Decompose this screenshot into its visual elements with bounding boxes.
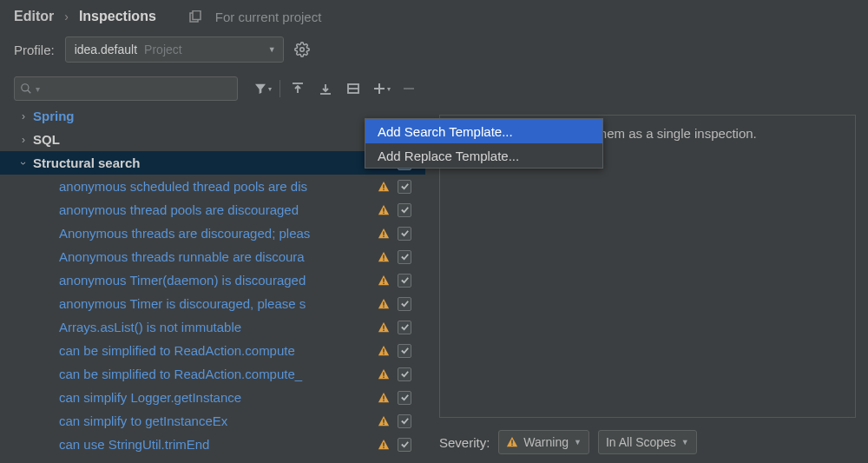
expand-all-icon[interactable]: [286, 77, 310, 100]
svg-rect-33: [383, 400, 384, 400]
filter-icon[interactable]: ▾: [250, 77, 274, 100]
breadcrumb-parent[interactable]: Editor: [14, 9, 54, 24]
gear-icon[interactable]: [294, 42, 310, 57]
checkbox[interactable]: [398, 180, 411, 194]
tree-item[interactable]: can simplify to getInstanceEx: [0, 409, 425, 433]
svg-rect-15: [383, 189, 384, 189]
checkbox[interactable]: [398, 367, 411, 381]
scope-select[interactable]: In All Scopes ▼: [598, 430, 697, 454]
checkbox[interactable]: [398, 344, 411, 358]
svg-rect-23: [383, 282, 384, 283]
checkbox[interactable]: [398, 414, 411, 428]
chevron-down-icon: ▼: [268, 45, 276, 54]
tree-item[interactable]: can use StringUtil.trimEnd: [0, 433, 425, 454]
svg-point-2: [299, 48, 304, 52]
tree-label: Structural search: [33, 155, 373, 170]
checkbox[interactable]: [398, 203, 411, 217]
svg-rect-37: [383, 446, 384, 447]
svg-rect-19: [383, 235, 384, 236]
warning-icon: [373, 251, 394, 263]
tree-label: Spring: [33, 109, 415, 123]
tree-item[interactable]: Anonymous threads are discouraged; pleas: [0, 222, 425, 245]
warning-icon: [373, 321, 394, 334]
severity-value: Warning: [523, 435, 569, 449]
svg-rect-35: [383, 423, 384, 424]
tree-item[interactable]: Anonymous threads runnable are discoura: [0, 245, 425, 268]
reset-icon[interactable]: [341, 77, 365, 100]
warning-icon: [373, 298, 394, 310]
tree-item[interactable]: anonymous scheduled thread pools are dis: [0, 175, 425, 198]
profile-row: Profile: idea.default Project ▼: [0, 31, 868, 73]
profile-label: Profile:: [14, 43, 55, 57]
tree-item[interactable]: can simplify Logger.getInstance: [0, 386, 425, 409]
tree-node-sql[interactable]: › SQL: [0, 128, 425, 151]
tree-item[interactable]: anonymous Timer(daemon) is discouraged: [0, 268, 425, 292]
svg-rect-32: [383, 395, 384, 399]
tree-node-spring[interactable]: › Spring: [0, 104, 425, 128]
tree-item-label: Arrays.asList() is not immutable: [59, 320, 373, 334]
svg-rect-38: [512, 440, 513, 443]
severity-select[interactable]: Warning ▼: [498, 430, 589, 454]
warning-icon: [373, 204, 394, 216]
svg-rect-27: [383, 329, 384, 330]
svg-rect-28: [383, 348, 384, 352]
svg-rect-21: [383, 259, 384, 260]
breadcrumb-current: Inspections: [79, 9, 156, 24]
tree-item-label: anonymous scheduled thread pools are dis: [59, 179, 373, 194]
svg-rect-17: [383, 212, 384, 213]
chevron-right-icon: ›: [17, 110, 30, 122]
checkbox[interactable]: [398, 250, 411, 264]
toolbar: ▾ ▾ ▾: [0, 73, 868, 104]
breadcrumb: Editor › Inspections For current project: [0, 0, 868, 31]
warning-icon: [506, 436, 518, 448]
menu-item-add-replace-template[interactable]: Add Replace Template...: [365, 143, 602, 168]
svg-rect-14: [383, 184, 384, 188]
checkbox[interactable]: [398, 227, 411, 241]
tree-item-label: can simplify to getInstanceEx: [59, 413, 373, 428]
svg-line-4: [28, 90, 31, 94]
svg-rect-1: [193, 11, 201, 20]
svg-rect-34: [383, 419, 384, 422]
svg-rect-39: [512, 445, 513, 446]
tree-item[interactable]: can be simplified to ReadAction.compute_: [0, 362, 425, 386]
tree-node-structural-search[interactable]: › Structural search: [0, 151, 425, 175]
tree-item[interactable]: anonymous thread pools are discouraged: [0, 198, 425, 222]
tree-item[interactable]: anonymous Timer is discouraged, please s: [0, 292, 425, 315]
tree-item[interactable]: Arrays.asList() is not immutable: [0, 315, 425, 339]
copy-icon: [189, 10, 203, 23]
profile-select[interactable]: idea.default Project ▼: [65, 36, 284, 63]
tree-item-label: anonymous Timer is discouraged, please s: [59, 296, 373, 311]
tree-item-label: Anonymous threads are discouraged; pleas: [59, 226, 373, 241]
checkbox[interactable]: [398, 321, 411, 334]
tree-item-label: can use StringUtil.trimEnd: [59, 437, 373, 452]
warning-icon: [373, 415, 394, 427]
checkbox[interactable]: [398, 297, 411, 311]
chevron-down-icon: ▼: [681, 438, 689, 446]
chevron-right-icon: ›: [17, 134, 30, 146]
collapse-all-icon[interactable]: [313, 77, 338, 100]
tree-item-label: Anonymous threads runnable are discoura: [59, 249, 373, 264]
svg-rect-36: [383, 442, 384, 446]
add-icon[interactable]: ▾: [369, 77, 393, 100]
warning-icon: [373, 228, 394, 240]
remove-icon: [397, 77, 421, 100]
checkbox[interactable]: [398, 391, 411, 405]
warning-icon: [373, 181, 394, 193]
search-input[interactable]: ▾: [14, 76, 238, 101]
warning-icon: [373, 439, 394, 451]
checkbox[interactable]: [398, 438, 411, 452]
menu-item-add-search-template[interactable]: Add Search Template...: [365, 119, 602, 143]
svg-rect-18: [383, 231, 384, 235]
chevron-right-icon: ›: [62, 10, 70, 23]
inspection-tree[interactable]: › Spring › SQL › Structural search anony…: [0, 104, 425, 454]
separator: [279, 80, 280, 97]
warning-icon: [373, 345, 394, 357]
severity-row: Severity: Warning ▼ In All Scopes ▼: [439, 418, 856, 454]
checkbox[interactable]: [398, 274, 411, 288]
warning-icon: [373, 274, 394, 287]
tree-item[interactable]: can be simplified to ReadAction.compute: [0, 339, 425, 362]
svg-rect-24: [383, 301, 384, 305]
tree-item-label: anonymous Timer(daemon) is discouraged: [59, 273, 373, 288]
profile-suffix: Project: [144, 43, 182, 56]
svg-rect-25: [383, 306, 384, 307]
